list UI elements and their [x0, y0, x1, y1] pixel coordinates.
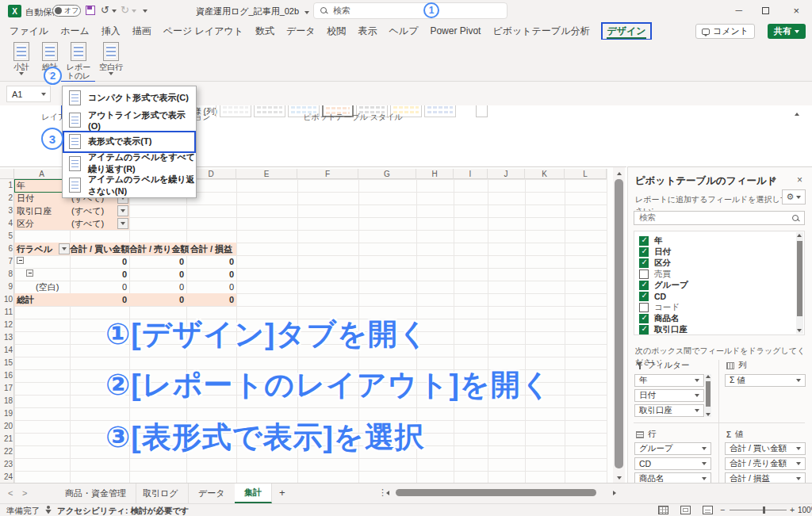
save-icon[interactable]: [86, 6, 95, 15]
cell-c10[interactable]: 0: [129, 293, 184, 306]
status-accessibility[interactable]: アクセシビリティ: 検討が必要です: [57, 506, 190, 516]
tab-power-pivot[interactable]: Power Pivot: [430, 25, 481, 36]
sheet-tab-data[interactable]: データ: [189, 484, 236, 503]
row-header-20[interactable]: 20: [0, 420, 13, 433]
row-header-4[interactable]: 4: [0, 217, 13, 230]
horizontal-scrollbar[interactable]: [386, 488, 616, 498]
cell-a4[interactable]: 区分: [17, 217, 34, 230]
row-header-15[interactable]: 15: [0, 357, 13, 369]
cell-a3[interactable]: 取引口座: [17, 204, 52, 217]
cell-a9[interactable]: (空白): [36, 281, 59, 293]
tab-help[interactable]: ヘルプ: [389, 25, 419, 38]
header-profit[interactable]: 合計 / 損益: [186, 243, 236, 255]
row-labels-filter-button[interactable]: [59, 243, 70, 254]
filter-field-account[interactable]: 取引口座: [634, 404, 704, 417]
add-sheet-button[interactable]: +: [279, 487, 285, 499]
page-layout-view-icon[interactable]: [680, 506, 691, 514]
column-header-I[interactable]: I: [454, 169, 488, 179]
field-item-group[interactable]: グループ: [639, 280, 688, 291]
row-header-3[interactable]: 3: [0, 204, 13, 217]
tab-file[interactable]: ファイル: [10, 25, 48, 38]
zoom-slider[interactable]: [730, 510, 787, 510]
collapse-button-row8[interactable]: [26, 269, 33, 277]
scroll-up-icon[interactable]: [613, 168, 625, 178]
row-header-13[interactable]: 13: [0, 331, 13, 344]
cell-b9[interactable]: 0: [70, 281, 127, 293]
zoom-level[interactable]: 100%: [798, 506, 812, 514]
blank-rows-button[interactable]: 空白行: [97, 42, 125, 75]
values-field-buy[interactable]: 合計 / 買い金額: [725, 442, 806, 455]
column-header-K[interactable]: K: [525, 169, 565, 179]
filter-dropdown-account[interactable]: [117, 205, 128, 216]
cell-d8[interactable]: 0: [186, 268, 234, 281]
row-header-16[interactable]: 16: [0, 369, 13, 382]
field-list-scrollbar-thumb[interactable]: [797, 241, 802, 316]
field-item-category[interactable]: 区分: [639, 258, 671, 269]
column-header-J[interactable]: J: [488, 169, 525, 179]
cell-c7[interactable]: 0: [129, 255, 184, 268]
pane-chevron-icon[interactable]: [772, 178, 776, 182]
collapse-button-row7[interactable]: [17, 257, 24, 264]
field-item-product[interactable]: 商品名: [639, 313, 680, 324]
field-checkbox[interactable]: [639, 258, 649, 268]
cell-c9[interactable]: 0: [129, 281, 184, 293]
menu-item-tabular[interactable]: 表形式で表示(T): [63, 131, 196, 153]
sheet-tab-products[interactable]: 商品・資金管理: [56, 484, 136, 503]
name-box[interactable]: A1: [6, 86, 51, 102]
scroll-down-icon[interactable]: [613, 472, 625, 483]
cell-d7[interactable]: 0: [186, 255, 234, 268]
row-header-9[interactable]: 9: [0, 281, 13, 293]
row-header-10[interactable]: 10: [0, 293, 13, 306]
row-header-14[interactable]: 14: [0, 344, 13, 357]
field-item-code[interactable]: コード: [639, 302, 680, 313]
column-header-L[interactable]: L: [565, 169, 607, 179]
field-search-input[interactable]: 検索: [634, 211, 805, 225]
rows-field-group[interactable]: グループ: [634, 442, 711, 455]
tab-design[interactable]: デザイン: [607, 25, 645, 39]
field-checkbox[interactable]: [639, 269, 649, 279]
cell-d9[interactable]: 0: [186, 281, 234, 293]
row-header-11[interactable]: 11: [0, 306, 13, 319]
cell-b4[interactable]: (すべて): [71, 217, 104, 230]
columns-field-values[interactable]: Σ 値: [725, 374, 806, 387]
pane-close-icon[interactable]: ×: [797, 174, 802, 185]
row-labels-header[interactable]: 行ラベル: [17, 243, 52, 255]
row-header-8[interactable]: 8: [0, 268, 13, 281]
column-header-E[interactable]: E: [236, 169, 297, 179]
cell-b10[interactable]: 0: [70, 293, 127, 306]
cell-d10[interactable]: 0: [186, 293, 234, 306]
tab-page-layout[interactable]: ページ レイアウト: [163, 25, 243, 38]
menu-item-no-repeat-labels[interactable]: アイテムのラベルを繰り返さない(N): [63, 174, 196, 197]
cell-b7[interactable]: 0: [70, 255, 127, 268]
scroll-right-icon[interactable]: [613, 491, 616, 495]
menu-item-compact[interactable]: コンパクト形式で表示(C): [63, 87, 196, 109]
column-header-H[interactable]: H: [416, 169, 454, 179]
field-checkbox[interactable]: [639, 303, 649, 312]
maximize-button[interactable]: [762, 7, 769, 14]
zoom-out-icon[interactable]: −: [720, 505, 725, 514]
normal-view-icon[interactable]: [658, 506, 668, 514]
cell-a1[interactable]: 年: [17, 179, 25, 192]
qat-overflow-icon[interactable]: [143, 10, 147, 13]
field-checkbox[interactable]: [639, 247, 649, 257]
field-item-date[interactable]: 日付: [639, 247, 671, 258]
field-item-buysell[interactable]: 売買: [639, 269, 671, 280]
row-header-19[interactable]: 19: [0, 407, 13, 420]
row-header-24[interactable]: 24: [0, 471, 13, 483]
field-checkbox[interactable]: [639, 236, 649, 246]
page-break-view-icon[interactable]: [703, 506, 713, 514]
vertical-scrollbar[interactable]: [613, 167, 625, 484]
row-header-6[interactable]: 6: [0, 243, 13, 255]
row-header-22[interactable]: 22: [0, 445, 13, 458]
row-header-7[interactable]: 7: [0, 255, 13, 268]
sheet-nav-left-icon[interactable]: <: [8, 488, 13, 498]
row-header-12[interactable]: 12: [0, 319, 13, 331]
document-title[interactable]: 資産運用ログ_記事用_02b: [196, 6, 309, 17]
column-header-F[interactable]: F: [297, 169, 358, 179]
horizontal-scrollbar-thumb[interactable]: [396, 489, 596, 496]
field-list-scrollbar[interactable]: [796, 232, 803, 334]
filter-field-year[interactable]: 年: [634, 374, 704, 387]
share-button[interactable]: 共有: [768, 24, 806, 39]
scroll-left-icon[interactable]: [386, 491, 389, 495]
row-header-21[interactable]: 21: [0, 433, 13, 445]
